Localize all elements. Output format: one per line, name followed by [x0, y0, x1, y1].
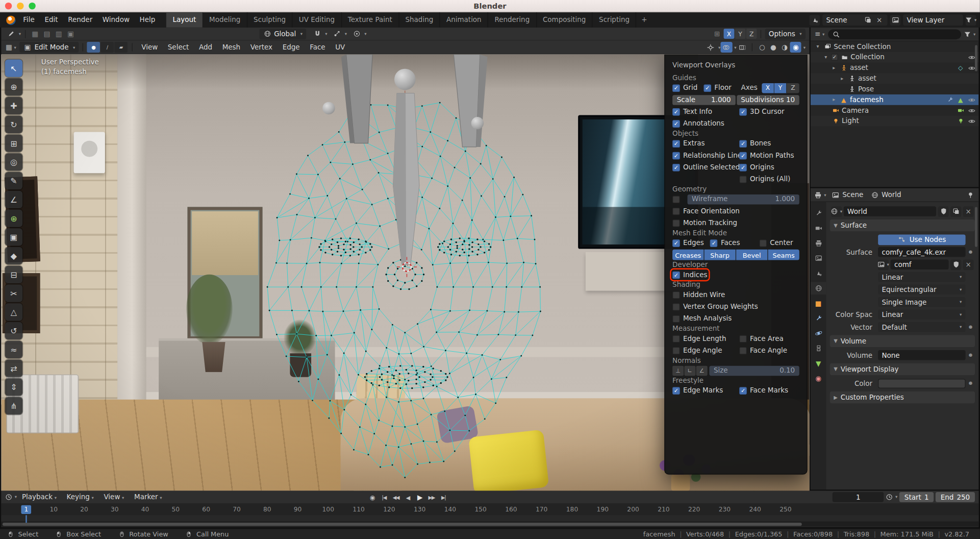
- transform-orientation-dropdown[interactable]: Global ▾: [259, 29, 307, 39]
- outliner-scrollbar[interactable]: [975, 45, 977, 71]
- edge-select-mode-button[interactable]: ∕: [101, 42, 114, 53]
- tool-loop-cut[interactable]: ⊟: [5, 266, 22, 283]
- current-frame-field[interactable]: 1: [833, 492, 884, 502]
- checkbox-face-orientation[interactable]: Face Orientation: [672, 207, 740, 215]
- properties-tab-output[interactable]: [811, 237, 826, 250]
- tool-tweak-select[interactable]: ↖: [5, 59, 22, 77]
- shading-wireframe-button[interactable]: ○: [757, 42, 768, 53]
- viewport-option-icon-1[interactable]: ▦: [29, 29, 41, 39]
- show-overlays-button[interactable]: [720, 42, 732, 53]
- outliner-item-light[interactable]: Light: [811, 116, 979, 127]
- image-unlink-button[interactable]: ×: [963, 259, 974, 270]
- play-button[interactable]: ▶: [414, 493, 425, 503]
- checkbox-origins-all[interactable]: Origins (All): [739, 175, 790, 183]
- workspace-tab-modeling[interactable]: Modeling: [203, 13, 247, 28]
- view-layer-browse-icon[interactable]: [890, 15, 900, 26]
- options-dropdown[interactable]: Options ▾: [765, 29, 806, 39]
- tool-edge-slide[interactable]: ⇄: [5, 359, 22, 377]
- workspace-tab-compositing[interactable]: Compositing: [537, 13, 593, 28]
- proportional-editing-button[interactable]: [350, 29, 362, 39]
- viewport-menu-select[interactable]: Select: [163, 40, 194, 55]
- animate-dot-icon[interactable]: ●: [967, 325, 973, 330]
- checkbox-extras[interactable]: ✓Extras: [672, 139, 739, 148]
- checkbox-outline-selected[interactable]: ✓Outline Selected: [672, 163, 739, 172]
- blender-logo-icon[interactable]: [6, 15, 15, 24]
- timeline-scrollbar[interactable]: [1, 522, 978, 527]
- filter-icon[interactable]: ▾: [966, 15, 976, 26]
- checkbox-3d-cursor[interactable]: ✓3D Cursor: [739, 108, 784, 116]
- scene-browse-icon[interactable]: [809, 15, 820, 26]
- xray-toggle-button[interactable]: [737, 42, 748, 53]
- menu-file[interactable]: File: [18, 13, 40, 28]
- workspace-tab-scripting[interactable]: Scripting: [593, 13, 637, 28]
- checkbox-edge-marks[interactable]: ✓Edge Marks: [672, 386, 739, 395]
- image-fake-user-button[interactable]: [950, 259, 961, 270]
- outliner-item-asset[interactable]: ▸asset: [811, 73, 979, 84]
- viewport-menu-uv[interactable]: UV: [330, 40, 350, 55]
- viewport-option-icon-2[interactable]: ▤: [41, 29, 53, 39]
- shading-solid-button[interactable]: ●: [768, 42, 779, 53]
- timeline-menu-marker[interactable]: Marker▾: [129, 489, 167, 505]
- projection-select[interactable]: Equirectangular▾: [878, 284, 966, 295]
- outliner-filter-button[interactable]: ▾: [964, 29, 975, 39]
- face-select-mode-button[interactable]: ▰: [115, 42, 128, 53]
- tool-poly-build[interactable]: △: [5, 303, 22, 321]
- eye-icon[interactable]: [968, 96, 976, 104]
- vertex-select-mode-button[interactable]: ●: [87, 42, 100, 53]
- axis-toggle-y[interactable]: Y: [774, 83, 787, 93]
- unlink-scene-icon[interactable]: ×: [875, 16, 884, 24]
- interpolation-select[interactable]: Linear▾: [878, 272, 966, 282]
- tool-rotate[interactable]: ↻: [5, 116, 22, 133]
- annotate-pen-icon[interactable]: [5, 29, 17, 39]
- collection-checkbox[interactable]: ✓: [831, 54, 838, 60]
- viewport-canvas[interactable]: User Perspective (1) facemesh ↖⊕✚↻⊞◎✎∠⊕▣…: [1, 55, 809, 491]
- frame-end-field[interactable]: End250: [936, 492, 975, 502]
- unlink-world-button[interactable]: ×: [963, 206, 974, 217]
- properties-tab-object[interactable]: ■: [811, 297, 826, 310]
- axis-toggle-z[interactable]: Z: [787, 83, 799, 93]
- properties-tab-tool[interactable]: [811, 207, 826, 219]
- expander-right-icon[interactable]: ▸: [831, 65, 837, 70]
- properties-tab-material[interactable]: ◉: [811, 372, 826, 385]
- use-nodes-button[interactable]: Use Nodes: [878, 234, 966, 245]
- mirror-axis-x[interactable]: X: [724, 29, 735, 39]
- menu-render[interactable]: Render: [63, 13, 97, 28]
- tool-knife[interactable]: ✂: [5, 284, 22, 302]
- editor-type-3d-viewport[interactable]: ▦▾: [5, 42, 17, 53]
- mark-button-seams[interactable]: Seams: [768, 250, 799, 260]
- properties-tab-object-data[interactable]: ▼: [811, 357, 826, 370]
- mark-button-bevel[interactable]: Bevel: [736, 250, 767, 260]
- timeline-menu-keying[interactable]: Keying▾: [62, 489, 99, 505]
- workspace-tab-shading[interactable]: Shading: [399, 13, 440, 28]
- show-gizmo-button[interactable]: [705, 42, 716, 53]
- properties-tab-render[interactable]: [811, 222, 826, 235]
- tool-bevel[interactable]: ◆: [5, 247, 22, 264]
- properties-tab-world[interactable]: [811, 282, 826, 295]
- tool-smooth[interactable]: ≈: [5, 341, 22, 358]
- checkbox-center[interactable]: Center: [759, 239, 793, 247]
- menu-window[interactable]: Window: [97, 13, 135, 28]
- image-source-select[interactable]: Single Image▾: [878, 297, 966, 307]
- checkbox-motion-paths[interactable]: ✓Motion Paths: [739, 151, 794, 159]
- axis-toggle-x[interactable]: X: [762, 83, 774, 93]
- checkbox-wireframe[interactable]: [672, 195, 680, 203]
- breadcrumb-world[interactable]: World: [868, 190, 903, 199]
- outliner-item-asset[interactable]: ▸asset◇: [811, 63, 979, 74]
- new-scene-icon[interactable]: [864, 16, 872, 24]
- checkbox-relationship-lines[interactable]: ✓Relationship Lines: [672, 151, 739, 159]
- expander-down-icon[interactable]: ▾: [822, 55, 829, 60]
- image-browse-button[interactable]: ▾: [878, 259, 889, 270]
- animate-dot-icon[interactable]: ●: [967, 381, 973, 386]
- properties-tab-scene[interactable]: [811, 267, 826, 280]
- playback-sync-button[interactable]: ▾: [886, 492, 897, 502]
- mode-dropdown[interactable]: ▣ Edit Mode ▾: [19, 42, 79, 53]
- tool-rip-region[interactable]: ⋔: [5, 397, 22, 414]
- custom-properties-section-header[interactable]: ▶Custom Properties: [830, 391, 975, 403]
- frame-start-field[interactable]: Start1: [899, 492, 934, 502]
- viewport-menu-view[interactable]: View: [136, 40, 163, 55]
- mirror-axis-z[interactable]: Z: [746, 29, 757, 39]
- pin-icon[interactable]: [966, 190, 975, 199]
- checkbox-face-angle[interactable]: Face Angle: [739, 347, 787, 355]
- shading-material-button[interactable]: ◑: [779, 42, 790, 53]
- menu-help[interactable]: Help: [135, 13, 160, 28]
